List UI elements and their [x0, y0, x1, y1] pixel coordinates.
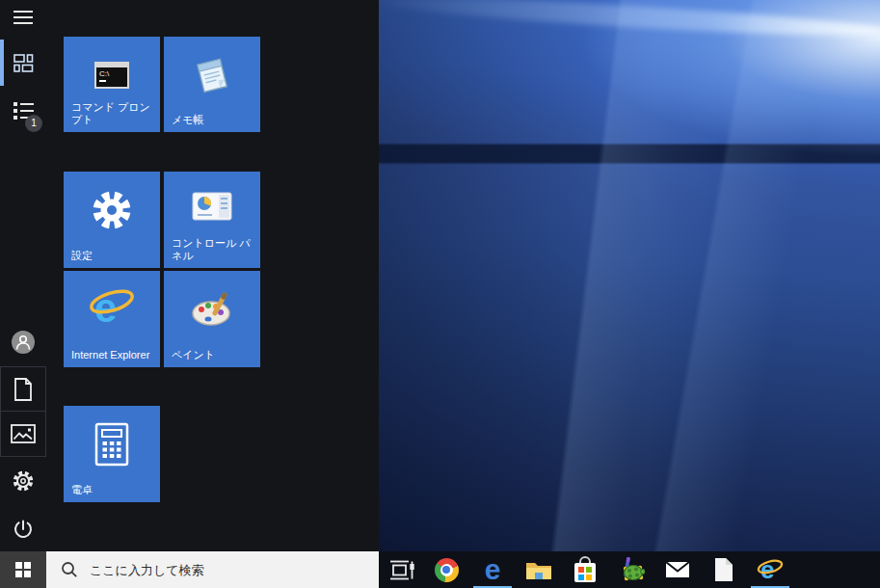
wallpaper-light-beam [379, 0, 880, 42]
documents-icon [13, 378, 34, 401]
tile-settings[interactable]: 設定 [64, 172, 160, 268]
desktop-screen: 1 [0, 0, 880, 588]
mail-button[interactable] [654, 551, 701, 588]
tile-notepad[interactable]: メモ帳 [164, 37, 260, 132]
svg-text:C:\: C:\ [99, 69, 110, 78]
start-button[interactable] [0, 551, 46, 588]
internet-explorer-button[interactable]: e [747, 551, 793, 588]
edge-button[interactable]: e [469, 551, 516, 588]
power-button[interactable] [0, 505, 46, 551]
microsoft-store-icon [573, 556, 597, 583]
settings-button[interactable] [0, 458, 46, 504]
documents-button[interactable] [0, 366, 46, 412]
user-avatar-icon [12, 331, 35, 354]
tile-control-panel[interactable]: コントロール パネル [164, 172, 260, 268]
pictures-icon [11, 424, 36, 443]
power-icon [13, 518, 34, 539]
expand-menu-button[interactable] [0, 0, 46, 35]
edge-icon: e [485, 555, 501, 584]
turtle-app-icon [618, 556, 645, 583]
start-menu-rail: 1 [0, 0, 46, 551]
tile-label: メモ帳 [172, 114, 257, 127]
pinned-tiles-icon [13, 54, 34, 72]
search-icon [61, 561, 78, 578]
tile-label: Internet Explorer [71, 349, 157, 362]
hamburger-menu-icon [13, 11, 33, 24]
tile-label: コマンド プロンプト [71, 101, 157, 128]
tile-command-prompt[interactable]: C:\ コマンド プロンプト [64, 37, 160, 132]
document-button[interactable] [701, 551, 747, 588]
taskbar-search[interactable] [46, 551, 379, 588]
file-explorer-button[interactable] [516, 551, 562, 588]
windows-start-icon [15, 562, 32, 578]
mail-icon [665, 561, 690, 578]
user-account-button[interactable] [0, 319, 46, 365]
document-icon [714, 557, 733, 582]
tile-label: コントロール パネル [172, 237, 257, 264]
tile-label: ペイント [172, 349, 257, 362]
search-input[interactable] [88, 562, 358, 578]
tile-paint[interactable]: ペイント [164, 271, 260, 367]
task-view-icon [388, 558, 414, 581]
desktop-wallpaper [379, 0, 880, 551]
tile-label: 設定 [71, 250, 157, 263]
notepad-icon [191, 55, 233, 99]
start-menu-panel: 1 [0, 0, 379, 551]
recently-added-badge: 1 [25, 115, 42, 132]
microsoft-store-button[interactable] [562, 551, 608, 588]
turtle-app-button[interactable] [608, 551, 654, 588]
chrome-icon [435, 558, 459, 582]
internet-explorer-icon: e [757, 556, 784, 583]
file-explorer-icon [525, 559, 552, 581]
taskbar-icon-row: e [379, 551, 793, 588]
tile-internet-explorer[interactable]: e Internet Explorer [64, 271, 160, 367]
settings-gear-icon [90, 188, 134, 236]
control-panel-icon [192, 192, 232, 227]
pictures-button[interactable] [0, 411, 46, 457]
pinned-tiles-button[interactable] [0, 40, 46, 86]
calculator-icon [94, 422, 129, 470]
tile-calculator[interactable]: 電卓 [64, 406, 160, 502]
tile-label: 電卓 [71, 484, 157, 497]
task-view-button[interactable] [379, 551, 423, 588]
paint-palette-icon [189, 289, 235, 334]
command-prompt-icon: C:\ [94, 62, 129, 93]
chrome-button[interactable] [423, 551, 469, 588]
internet-explorer-icon: e [88, 284, 136, 333]
all-apps-button[interactable]: 1 [0, 88, 46, 134]
taskbar: e [0, 551, 880, 588]
settings-gear-icon [12, 469, 35, 493]
